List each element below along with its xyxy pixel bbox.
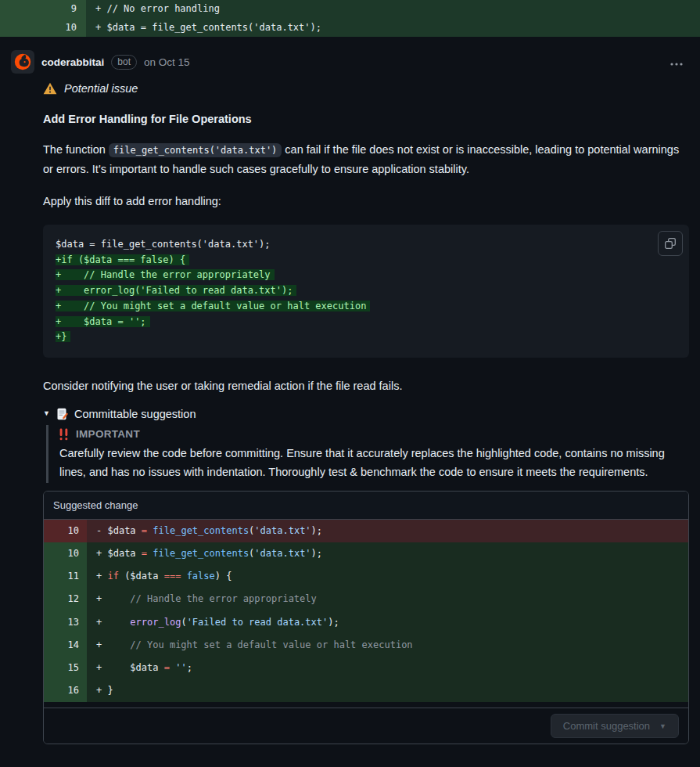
copy-button[interactable]	[658, 231, 683, 256]
diff-code-line: + // No error handling	[86, 0, 700, 19]
committable-suggestion-summary[interactable]: ▼ Committable suggestion	[43, 408, 689, 420]
important-blockquote: IMPORTANT Carefully review the code befo…	[46, 425, 689, 483]
suggested-change-box: Suggested change 10- $data = file_get_co…	[43, 491, 689, 745]
bot-badge: bot	[111, 55, 137, 70]
diff-context: 9+ // No error handling10+ $data = file_…	[0, 0, 700, 37]
code-line: + // Handle the error appropriately	[56, 268, 677, 283]
comment-heading: Add Error Handling for File Operations	[43, 113, 689, 125]
line-number: 12	[44, 588, 87, 610]
suggestion-footer: Commit suggestion ▼	[44, 708, 688, 744]
diff-code-block: $data = file_get_contents('data.txt');+i…	[43, 225, 689, 358]
paragraph-consider: Consider notifying the user or taking re…	[43, 376, 689, 395]
line-number: 11	[44, 565, 87, 588]
line-number: 10	[44, 542, 87, 565]
line-number: 10	[44, 520, 87, 542]
code-line: +}	[56, 329, 677, 345]
coderabbit-logo-icon	[13, 52, 33, 72]
comment-body: Potential issue Add Error Handling for F…	[0, 74, 700, 744]
suggestion-row: 10+ $data = file_get_contents('data.txt'…	[44, 542, 688, 565]
kebab-menu-button[interactable]	[666, 52, 687, 72]
commit-suggestion-button[interactable]: Commit suggestion ▼	[551, 714, 679, 738]
code-line: + error_log('Failed to read data.txt');	[56, 283, 677, 299]
suggestion-rows: 10- $data = file_get_contents('data.txt'…	[44, 520, 688, 703]
suggestion-row: 12+ // Handle the error appropriately	[44, 588, 688, 610]
diff-code-line: + $data = file_get_contents('data.txt');	[86, 19, 700, 38]
suggestion-code-line: + // Handle the error appropriately	[87, 588, 688, 610]
commit-button-label: Commit suggestion	[563, 720, 650, 732]
comment-header: coderabbitai bot on Oct 15	[0, 37, 700, 74]
line-number: 16	[44, 679, 87, 702]
important-text: Carefully review the code before committ…	[59, 444, 689, 481]
diff-context-row: 9+ // No error handling	[0, 0, 700, 19]
coderabbit-avatar[interactable]	[11, 50, 34, 74]
suggestion-code-line: + error_log('Failed to read data.txt');	[87, 611, 688, 634]
chevron-down-icon: ▼	[43, 410, 50, 417]
issue-type-label: Potential issue	[43, 82, 689, 95]
double-exclamation-icon	[59, 428, 68, 441]
line-number: 14	[44, 634, 87, 657]
important-label: IMPORTANT	[76, 428, 140, 440]
suggestion-code-line: + }	[87, 679, 688, 702]
paragraph-description: The function file_get_contents('data.txt…	[43, 140, 689, 178]
suggested-change-title: Suggested change	[44, 492, 688, 520]
line-number: 10	[0, 19, 86, 38]
copy-icon	[664, 237, 677, 250]
suggestion-row: 14+ // You might set a default value or …	[44, 634, 688, 657]
kebab-icon	[670, 63, 683, 66]
issue-label-text: Potential issue	[64, 82, 138, 95]
line-number: 13	[44, 611, 87, 634]
suggestion-code-line: - $data = file_get_contents('data.txt');	[87, 520, 688, 542]
suggestion-row: 11+ if ($data === false) {	[44, 565, 688, 588]
suggestion-code-line: + if ($data === false) {	[87, 565, 688, 588]
code-line: +if ($data === false) {	[56, 253, 677, 268]
suggestion-code-line: + // You might set a default value or ha…	[87, 634, 688, 657]
suggestion-spacer	[44, 702, 688, 708]
committable-suggestion-details: ▼ Committable suggestion	[43, 408, 689, 483]
diff-context-row: 10+ $data = file_get_contents('data.txt'…	[0, 19, 700, 38]
memo-icon	[56, 408, 68, 420]
paragraph-text: The function	[43, 143, 109, 156]
suggestion-code-line: + $data = '';	[87, 657, 688, 679]
suggestion-code-line: + $data = file_get_contents('data.txt');	[87, 542, 688, 565]
code-line: $data = file_get_contents('data.txt');	[56, 237, 677, 253]
paragraph-apply-diff: Apply this diff to add error handling:	[43, 192, 689, 211]
review-comment: coderabbitai bot on Oct 15 Potential iss…	[0, 37, 700, 744]
diff-code-block-lines: $data = file_get_contents('data.txt');+i…	[56, 237, 677, 345]
code-line: + $data = '';	[56, 315, 677, 330]
inline-code: file_get_contents('data.txt')	[109, 143, 282, 157]
line-number: 9	[0, 0, 86, 19]
warning-icon	[43, 82, 57, 95]
suggestion-row: 16+ }	[44, 679, 688, 702]
suggestion-row: 13+ error_log('Failed to read data.txt')…	[44, 611, 688, 634]
summary-label: Committable suggestion	[74, 408, 196, 420]
dropdown-caret-icon: ▼	[659, 722, 666, 730]
suggestion-row: 15+ $data = '';	[44, 657, 688, 679]
line-number: 15	[44, 657, 87, 679]
comment-timestamp: on Oct 15	[144, 56, 190, 68]
important-row: IMPORTANT	[59, 428, 689, 441]
suggestion-row: 10- $data = file_get_contents('data.txt'…	[44, 520, 688, 542]
code-line: + // You might set a default value or ha…	[56, 299, 677, 315]
author-name[interactable]: coderabbitai	[41, 56, 104, 68]
